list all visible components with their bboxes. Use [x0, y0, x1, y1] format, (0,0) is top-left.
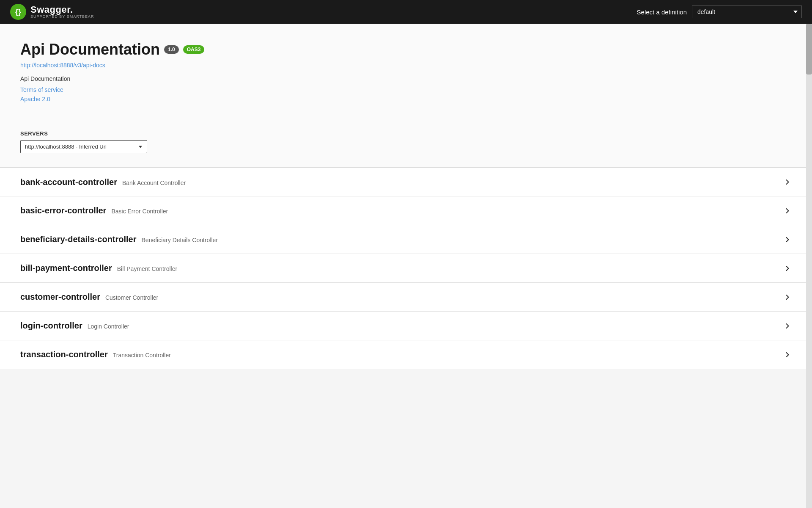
swagger-icon: {} — [10, 4, 26, 20]
svg-text:{}: {} — [15, 8, 21, 16]
scrollbar-track[interactable] — [806, 24, 812, 508]
servers-label: Servers — [20, 130, 792, 137]
logo-area: {} Swagger. Supported by SMARTBEAR — [10, 4, 94, 20]
controller-name: transaction-controller — [20, 350, 108, 359]
brand-text: Swagger. Supported by SMARTBEAR — [30, 5, 94, 19]
definition-select[interactable]: default — [692, 6, 802, 18]
controller-item-left: customer-controllerCustomer Controller — [20, 292, 158, 302]
api-title: Api Documentation — [20, 41, 160, 58]
controller-item-left: login-controllerLogin Controller — [20, 321, 129, 331]
controller-name: customer-controller — [20, 292, 100, 302]
chevron-right-icon — [783, 351, 792, 359]
controller-item[interactable]: basic-error-controllerBasic Error Contro… — [0, 196, 812, 225]
controller-description: Bill Payment Controller — [117, 265, 177, 272]
controller-item[interactable]: customer-controllerCustomer Controller — [0, 283, 812, 312]
controller-name: login-controller — [20, 321, 82, 331]
controller-description: Customer Controller — [105, 294, 158, 301]
controller-name: basic-error-controller — [20, 206, 106, 215]
server-select-wrapper[interactable]: http://localhost:8888 - Inferred Url — [20, 140, 147, 153]
controller-item-left: bill-payment-controllerBill Payment Cont… — [20, 263, 177, 273]
api-url-link[interactable]: http://localhost:8888/v3/api-docs — [20, 62, 792, 69]
controller-description: Bank Account Controller — [122, 179, 186, 186]
terms-of-service-link[interactable]: Terms of service — [20, 86, 792, 93]
brand-sub: Supported by SMARTBEAR — [30, 14, 94, 19]
select-definition-label: Select a definition — [637, 8, 687, 16]
api-description: Api Documentation — [20, 75, 792, 82]
main-content: Api Documentation 1.0 OAS3 http://localh… — [0, 24, 812, 369]
brand-name: Swagger. — [30, 5, 94, 14]
controller-item[interactable]: login-controllerLogin Controller — [0, 312, 812, 340]
controller-item-left: beneficiary-details-controllerBeneficiar… — [20, 235, 218, 244]
controller-name: bill-payment-controller — [20, 263, 112, 273]
chevron-right-icon — [783, 235, 792, 244]
controller-description: Transaction Controller — [113, 352, 171, 359]
controller-item[interactable]: transaction-controllerTransaction Contro… — [0, 340, 812, 369]
server-select[interactable]: http://localhost:8888 - Inferred Url — [20, 140, 147, 153]
controller-description: Login Controller — [88, 323, 129, 330]
main-header: {} Swagger. Supported by SMARTBEAR Selec… — [0, 0, 812, 24]
controller-item-left: basic-error-controllerBasic Error Contro… — [20, 206, 168, 215]
controller-description: Basic Error Controller — [111, 208, 168, 215]
controller-item[interactable]: bill-payment-controllerBill Payment Cont… — [0, 254, 812, 283]
chevron-right-icon — [783, 293, 792, 301]
chevron-right-icon — [783, 207, 792, 215]
chevron-right-icon — [783, 264, 792, 273]
api-title-row: Api Documentation 1.0 OAS3 — [20, 41, 792, 58]
license-link[interactable]: Apache 2.0 — [20, 96, 792, 102]
controller-description: Beneficiary Details Controller — [142, 237, 218, 243]
definition-select-area: Select a definition default — [637, 6, 802, 18]
servers-section: Servers http://localhost:8888 - Inferred… — [0, 122, 812, 167]
definition-select-wrapper[interactable]: default — [692, 6, 802, 18]
controller-item-left: bank-account-controllerBank Account Cont… — [20, 177, 186, 187]
controllers-list: bank-account-controllerBank Account Cont… — [0, 168, 812, 369]
chevron-right-icon — [783, 178, 792, 186]
controller-item-left: transaction-controllerTransaction Contro… — [20, 350, 171, 359]
chevron-right-icon — [783, 322, 792, 330]
controller-name: beneficiary-details-controller — [20, 235, 137, 244]
oas3-badge: OAS3 — [183, 45, 205, 54]
controller-name: bank-account-controller — [20, 177, 117, 187]
info-section: Api Documentation 1.0 OAS3 http://localh… — [0, 24, 812, 122]
controller-item[interactable]: beneficiary-details-controllerBeneficiar… — [0, 225, 812, 254]
scrollbar-thumb[interactable] — [806, 24, 812, 75]
controller-item[interactable]: bank-account-controllerBank Account Cont… — [0, 168, 812, 196]
version-badge: 1.0 — [164, 45, 179, 54]
